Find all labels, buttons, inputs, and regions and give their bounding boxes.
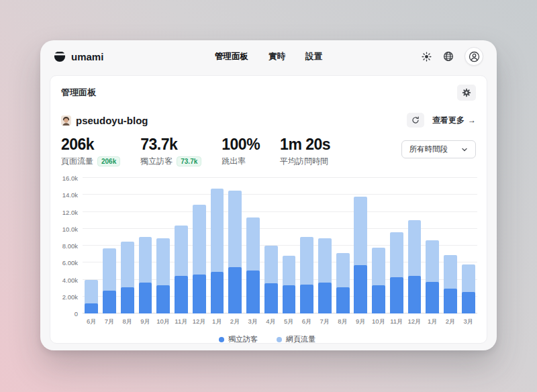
app-window: umami 管理面板 實時 設置 xyxy=(40,40,497,350)
view-more-link[interactable]: 查看更多 → xyxy=(432,115,476,126)
y-axis-tick: 10.0k xyxy=(62,225,78,232)
bar-slot xyxy=(316,178,334,313)
stat-pageviews-label: 頁面流量 xyxy=(61,156,93,167)
page-title: 管理面板 xyxy=(61,87,96,99)
legend-item[interactable]: 獨立訪客 xyxy=(219,334,258,344)
bar-visitors[interactable] xyxy=(444,289,457,313)
nav-item-realtime[interactable]: 實時 xyxy=(268,51,285,62)
bar-visitors[interactable] xyxy=(85,303,98,313)
view-more-label: 查看更多 xyxy=(432,115,465,126)
bar-visitors[interactable] xyxy=(318,283,332,313)
bar-visitors[interactable] xyxy=(246,271,260,313)
legend-item[interactable]: 網頁流量 xyxy=(277,334,315,344)
brand-name: umami xyxy=(71,51,103,62)
website-actions: 查看更多 → xyxy=(407,113,476,128)
bar-visitors[interactable] xyxy=(264,283,278,313)
bar-slot xyxy=(208,178,226,313)
chart-legend: 獨立訪客網頁流量 xyxy=(57,334,477,344)
stat-bounce-rate: 100% 跳出率 xyxy=(222,136,260,167)
website-name: pseudoyu-blog xyxy=(76,115,148,126)
x-axis-tick: 11月 xyxy=(387,317,405,326)
desktop-background: { "navbar": { "brand": "umami", "items":… xyxy=(0,0,537,392)
stat-pageviews-badge: 206k xyxy=(97,156,120,166)
date-range-value: 所有時間段 xyxy=(409,144,448,154)
date-range-dropdown[interactable]: 所有時間段 xyxy=(401,140,477,158)
bar-visitors[interactable] xyxy=(462,292,475,313)
bar-visitors[interactable] xyxy=(156,285,170,313)
bar-visitors[interactable] xyxy=(175,276,188,313)
profile-icon[interactable] xyxy=(465,47,483,66)
x-axis-tick: 10月 xyxy=(154,317,173,326)
umami-logo-icon xyxy=(54,50,66,62)
chart-x-axis: 6月7月8月9月10月11月12月1月2月3月4月5月6月7月8月9月10月11… xyxy=(83,317,477,326)
bar-visitors[interactable] xyxy=(193,275,206,313)
bar-slot xyxy=(298,178,316,313)
x-axis-tick: 7月 xyxy=(101,317,119,326)
y-axis-tick: 4.00k xyxy=(62,276,78,283)
bar-visitors[interactable] xyxy=(139,283,152,313)
refresh-icon xyxy=(411,116,420,124)
stat-visitors-label: 獨立訪客 xyxy=(140,156,173,167)
y-axis-tick: 0 xyxy=(75,310,78,317)
x-axis-tick: 6月 xyxy=(83,317,101,326)
dashboard-header: 管理面板 xyxy=(50,76,487,106)
bar-slot xyxy=(118,178,136,313)
chart-y-axis: 02.00k4.00k6.00k8.00k10.0k12.0k14.0k16.0… xyxy=(57,178,83,313)
bar-slot xyxy=(244,178,262,313)
x-axis-tick: 11月 xyxy=(173,317,191,326)
bar-visitors[interactable] xyxy=(283,285,296,313)
dashboard-panel: 管理面板 xyxy=(50,75,487,344)
stat-visitors-badge: 73.7k xyxy=(177,156,201,166)
stat-pageviews: 206k 頁面流量 206k xyxy=(61,136,120,167)
bar-slot xyxy=(370,178,388,313)
traffic-chart: 02.00k4.00k6.00k8.00k10.0k12.0k14.0k16.0… xyxy=(50,168,487,344)
main-nav: 管理面板 實時 設置 xyxy=(215,51,322,62)
legend-label: 獨立訪客 xyxy=(228,334,258,344)
bar-slot xyxy=(83,178,101,313)
theme-sun-icon[interactable] xyxy=(420,50,432,62)
dashboard-settings-button[interactable] xyxy=(457,85,476,101)
top-navbar: umami 管理面板 實時 設置 xyxy=(40,40,497,72)
x-axis-tick: 3月 xyxy=(244,317,262,326)
bar-visitors[interactable] xyxy=(103,291,116,313)
x-axis-tick: 9月 xyxy=(136,317,154,326)
x-axis-tick: 12月 xyxy=(190,317,208,326)
y-axis-tick: 16.0k xyxy=(62,175,78,182)
stats-row: 206k 頁面流量 206k 73.7k 獨立訪客 73.7k 100% 跳出率 xyxy=(50,128,487,168)
bar-visitors[interactable] xyxy=(336,287,350,313)
umami-logo[interactable]: umami xyxy=(54,50,103,62)
stat-avg-visit-time: 1m 20s 平均訪問時間 xyxy=(280,136,330,167)
bar-slot xyxy=(226,178,244,313)
x-axis-tick: 5月 xyxy=(280,317,298,326)
bar-visitors[interactable] xyxy=(372,285,385,313)
chevron-down-icon xyxy=(461,146,468,153)
bar-slot xyxy=(424,178,442,313)
bar-visitors[interactable] xyxy=(390,277,403,313)
bar-slot xyxy=(352,178,370,313)
stat-bounce-value: 100% xyxy=(222,136,260,154)
stat-bounce-label: 跳出率 xyxy=(222,156,246,167)
nav-item-settings[interactable]: 設置 xyxy=(305,51,322,62)
legend-dot-icon xyxy=(277,337,282,342)
bar-visitors[interactable] xyxy=(121,287,134,313)
bar-visitors[interactable] xyxy=(408,276,422,313)
navbar-actions xyxy=(420,47,483,66)
bar-visitors[interactable] xyxy=(426,282,439,313)
nav-item-dashboard[interactable]: 管理面板 xyxy=(215,51,248,62)
bar-visitors[interactable] xyxy=(354,265,367,313)
legend-label: 網頁流量 xyxy=(286,334,315,344)
website-header: pseudoyu-blog 查看更多 → xyxy=(50,106,487,128)
website-title[interactable]: pseudoyu-blog xyxy=(61,115,148,126)
bar-visitors[interactable] xyxy=(300,285,313,313)
refresh-button[interactable] xyxy=(407,113,424,128)
bar-visitors[interactable] xyxy=(211,272,224,313)
bar-slot xyxy=(334,178,352,313)
x-axis-tick: 4月 xyxy=(262,317,280,326)
language-globe-icon[interactable] xyxy=(442,50,454,62)
stat-time-value: 1m 20s xyxy=(280,136,330,154)
bar-slot xyxy=(190,178,208,313)
bar-visitors[interactable] xyxy=(228,267,242,313)
bar-slot xyxy=(101,178,119,313)
stat-visitors: 73.7k 獨立訪客 73.7k xyxy=(140,136,201,167)
bar-slot xyxy=(442,178,460,313)
